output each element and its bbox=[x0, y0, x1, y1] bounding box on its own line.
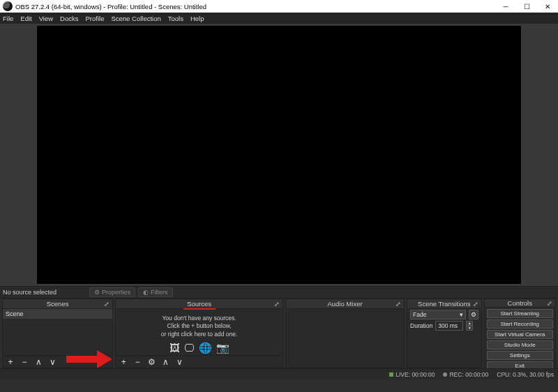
globe-icon: 🌐 bbox=[199, 341, 212, 355]
chevron-down-icon: ▾ bbox=[460, 311, 463, 318]
remove-scene-button[interactable]: − bbox=[20, 357, 29, 367]
scenes-panel: Scenes⤢ Scene + − ∧ ∨ bbox=[2, 299, 113, 368]
add-scene-button[interactable]: + bbox=[6, 357, 15, 367]
start-virtual-camera-button[interactable]: Start Virtual Camera bbox=[487, 330, 553, 339]
settings-button[interactable]: Settings bbox=[487, 351, 553, 360]
popout-icon[interactable]: ⤢ bbox=[274, 301, 280, 308]
menu-edit[interactable]: Edit bbox=[20, 15, 31, 22]
camera-icon: 📷 bbox=[216, 341, 229, 355]
source-down-button[interactable]: ∨ bbox=[174, 357, 184, 367]
properties-button[interactable]: ⚙Properties bbox=[89, 287, 135, 297]
scenes-header: Scenes⤢ bbox=[3, 299, 112, 309]
popout-icon[interactable]: ⤢ bbox=[104, 301, 110, 308]
popout-icon[interactable]: ⤢ bbox=[547, 300, 552, 307]
sources-empty-hint: You don't have any sources. Click the + … bbox=[116, 309, 282, 355]
remove-source-button[interactable]: − bbox=[133, 357, 142, 367]
sources-header: Sources⤢ bbox=[116, 299, 282, 309]
status-live: LIVE: 00:00:00 bbox=[389, 371, 435, 378]
menu-scene-collection[interactable]: Scene Collection bbox=[111, 15, 160, 22]
studio-mode-button[interactable]: Studio Mode bbox=[487, 340, 553, 349]
start-recording-button[interactable]: Start Recording bbox=[487, 319, 553, 329]
scene-up-button[interactable]: ∧ bbox=[33, 357, 43, 367]
app-icon bbox=[3, 1, 13, 11]
transition-settings-button[interactable]: ⚙ bbox=[469, 310, 478, 319]
add-source-button[interactable]: + bbox=[119, 357, 128, 367]
no-source-label: No source selected bbox=[3, 289, 89, 296]
window-title: OBS 27.2.4 (64-bit, windows) - Profile: … bbox=[15, 3, 495, 10]
maximize-button[interactable]: ☐ bbox=[516, 0, 537, 13]
display-icon: 🖵 bbox=[184, 341, 195, 355]
duration-label: Duration bbox=[410, 322, 432, 329]
scene-down-button[interactable]: ∨ bbox=[47, 357, 57, 367]
controls-panel: Controls⤢ Start Streaming Start Recordin… bbox=[484, 299, 556, 368]
live-indicator-icon bbox=[389, 372, 393, 377]
menu-profile[interactable]: Profile bbox=[86, 15, 105, 22]
gear-icon: ⚙ bbox=[94, 289, 100, 296]
menu-file[interactable]: File bbox=[3, 15, 13, 22]
audio-mixer-header: Audio Mixer⤢ bbox=[286, 299, 404, 309]
close-button[interactable]: ✕ bbox=[537, 0, 558, 13]
menu-help[interactable]: Help bbox=[190, 15, 204, 22]
preview-canvas[interactable] bbox=[37, 26, 521, 284]
menu-tools[interactable]: Tools bbox=[168, 15, 183, 22]
filters-icon: ◐ bbox=[143, 289, 149, 296]
status-bar: LIVE: 00:00:00 REC: 00:00:00 CPU: 0.3%, … bbox=[0, 368, 558, 379]
source-up-button[interactable]: ∧ bbox=[160, 357, 170, 367]
image-icon: 🖼 bbox=[169, 341, 180, 355]
transitions-panel: Scene Transitions⤢ Fade▾ ⚙ Duration 300 … bbox=[407, 299, 481, 368]
menu-docks[interactable]: Docks bbox=[60, 15, 78, 22]
scene-item[interactable]: Scene bbox=[3, 309, 112, 319]
start-streaming-button[interactable]: Start Streaming bbox=[487, 309, 553, 318]
menu-bar: File Edit View Docks Profile Scene Colle… bbox=[0, 13, 558, 24]
transitions-header: Scene Transitions⤢ bbox=[407, 299, 481, 309]
menu-view[interactable]: View bbox=[39, 15, 53, 22]
duration-input[interactable]: 300 ms bbox=[435, 321, 463, 331]
popout-icon[interactable]: ⤢ bbox=[395, 301, 401, 308]
duration-spinner[interactable]: ▲▼ bbox=[466, 321, 473, 331]
popout-icon[interactable]: ⤢ bbox=[473, 301, 478, 308]
status-cpu: CPU: 0.3%, 30.00 fps bbox=[497, 371, 554, 378]
title-bar: OBS 27.2.4 (64-bit, windows) - Profile: … bbox=[0, 0, 558, 13]
source-toolbar: No source selected ⚙Properties ◐Filters bbox=[0, 286, 558, 299]
transition-select[interactable]: Fade▾ bbox=[410, 310, 465, 319]
minimize-button[interactable]: ─ bbox=[495, 0, 516, 13]
sources-panel: Sources⤢ You don't have any sources. Cli… bbox=[115, 299, 283, 368]
status-rec: REC: 00:00:00 bbox=[443, 371, 488, 378]
filters-button[interactable]: ◐Filters bbox=[138, 287, 173, 297]
rec-indicator-icon bbox=[443, 372, 447, 377]
audio-mixer-panel: Audio Mixer⤢ bbox=[285, 299, 405, 368]
controls-header: Controls⤢ bbox=[485, 299, 555, 308]
preview-area bbox=[0, 24, 558, 286]
source-settings-button[interactable]: ⚙ bbox=[146, 357, 156, 367]
